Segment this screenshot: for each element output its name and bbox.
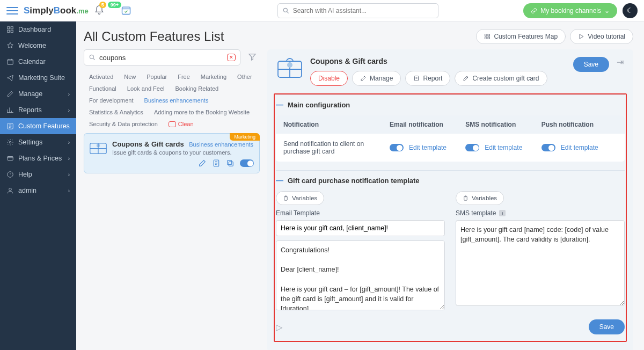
sidebar-item-welcome[interactable]: Welcome [0,38,76,54]
category-functional[interactable]: Functional [84,83,122,94]
svg-rect-22 [229,162,233,166]
nav-icon [6,171,14,178]
email-subject-input[interactable] [276,220,445,236]
edit-sms-template[interactable]: Edit template [485,144,522,151]
variables-button-sms[interactable]: Variables [456,191,504,205]
page-title: All Custom Features List [84,29,224,44]
svg-marker-16 [580,34,583,39]
svg-point-1 [283,8,287,12]
svg-rect-13 [488,34,490,37]
menu-toggle[interactable] [6,5,18,17]
category-statistics-analytics[interactable]: Statistics & Analytics [84,106,149,118]
sidebar-item-plans-prices[interactable]: Plans & Prices› [0,150,76,166]
filter-icon[interactable] [245,49,260,64]
sidebar-item-custom-features[interactable]: Custom Features [0,118,76,134]
manage-button[interactable]: Manage [352,71,401,86]
category-filters: ActivatedNewPopularFreeMarketingOtherFun… [84,71,260,130]
category-other[interactable]: Other [232,71,258,83]
push-toggle[interactable] [541,144,555,151]
booking-channels-button[interactable]: My booking channels ⌄ [523,3,617,18]
col-email: Email notification [390,121,465,128]
sidebar-item-help[interactable]: Help› [0,166,76,183]
theme-toggle[interactable]: ☾ [623,3,638,18]
feature-tag: Marketing [230,133,260,141]
category-popular[interactable]: Popular [141,71,172,83]
report-button[interactable]: Report [405,71,450,86]
notifications-icon[interactable]: 5 99+ [94,5,106,17]
clear-search-icon[interactable]: ✕ [227,54,236,61]
chevron-right-icon: › [68,156,70,162]
sidebar-item-label: Manage [18,90,42,98]
sidebar-item-admin[interactable]: admin› [0,183,76,199]
notification-table: Notification Email notification SMS noti… [276,115,625,162]
grid-icon [484,33,491,40]
create-gift-card-button[interactable]: Create custom gift card [455,71,547,86]
sidebar-item-label: Dashboard [18,26,51,33]
category-free[interactable]: Free [172,71,195,83]
nav-icon [6,138,14,146]
section-main-config[interactable]: — Main configuration [276,100,625,109]
edit-email-template[interactable]: Edit template [409,144,447,151]
global-search-input[interactable] [293,7,434,14]
edit-push-template[interactable]: Edit template [561,144,598,151]
sidebar-item-label: admin [18,187,36,194]
logo[interactable]: SimplyBook.me [24,5,89,16]
table-row: Send notification to client on purchase … [276,134,625,162]
nav-icon [6,42,14,49]
save-button[interactable]: Save [573,57,609,72]
chevron-right-icon: › [68,91,70,97]
sms-toggle[interactable] [465,144,479,151]
email-body-textarea[interactable] [276,240,445,310]
document-icon[interactable] [212,159,221,167]
category-adding-more-to-the-booking-website[interactable]: Adding more to the Booking Website [149,106,255,118]
nav-icon [6,58,14,65]
email-toggle[interactable] [390,144,404,151]
svg-point-11 [9,188,12,191]
variables-button-email[interactable]: Variables [276,191,324,205]
sidebar-item-label: Calendar [18,58,46,65]
feature-search-input[interactable] [99,54,224,62]
nav-icon [6,187,14,194]
category-business-enhancements[interactable]: Business enhancements [139,94,214,106]
chevron-right-icon: › [68,140,70,145]
category-security-data-protection[interactable]: Security & Data protection [84,118,163,130]
save-button-bottom[interactable]: Save [589,319,625,334]
gift-card-icon [277,57,303,79]
feature-search[interactable]: ✕ [84,49,240,65]
category-for-development[interactable]: For development [84,94,139,106]
feature-enable-toggle[interactable] [240,159,254,167]
sidebar-item-dashboard[interactable]: Dashboard [0,21,76,38]
badge-messages: 99+ [108,2,121,8]
clipboard-icon [283,195,289,201]
sidebar-item-calendar[interactable]: Calendar [0,54,76,70]
clear-filters[interactable]: Clean [163,118,199,130]
sidebar-item-reports[interactable]: Reports› [0,102,76,118]
nav-icon [6,155,14,162]
svg-rect-2 [8,27,10,29]
category-marketing[interactable]: Marketing [195,71,232,83]
sidebar-item-marketing-suite[interactable]: Marketing Suite [0,70,76,86]
disable-button[interactable]: Disable [310,71,348,86]
category-look-and-feel[interactable]: Look and Feel [122,83,170,94]
svg-rect-5 [11,30,13,32]
category-activated[interactable]: Activated [84,71,119,83]
play-icon[interactable]: ▷ [276,322,282,332]
chevron-right-icon: › [68,172,70,178]
info-icon[interactable]: i [499,210,506,216]
video-tutorial-button[interactable]: Video tutorial [570,29,633,44]
category-new[interactable]: New [119,71,141,83]
nav-icon [6,122,14,130]
global-search[interactable] [277,3,438,18]
section-template[interactable]: — Gift card purchase notification templa… [276,176,625,185]
collapse-panel-icon[interactable]: ⇥ [617,57,624,67]
copy-icon[interactable] [226,159,235,167]
feature-card-coupons[interactable]: Marketing Coupons & Gift cards Business … [84,133,260,173]
sidebar-item-settings[interactable]: Settings› [0,134,76,150]
custom-features-map-button[interactable]: Custom Features Map [476,29,566,44]
sms-body-textarea[interactable] [456,220,625,306]
sidebar-item-manage[interactable]: Manage› [0,86,76,102]
calendar-check-icon[interactable] [121,5,133,17]
sidebar-item-label: Custom Features [18,122,70,130]
category-booking-related[interactable]: Booking Related [170,83,224,94]
edit-icon[interactable] [198,159,207,167]
